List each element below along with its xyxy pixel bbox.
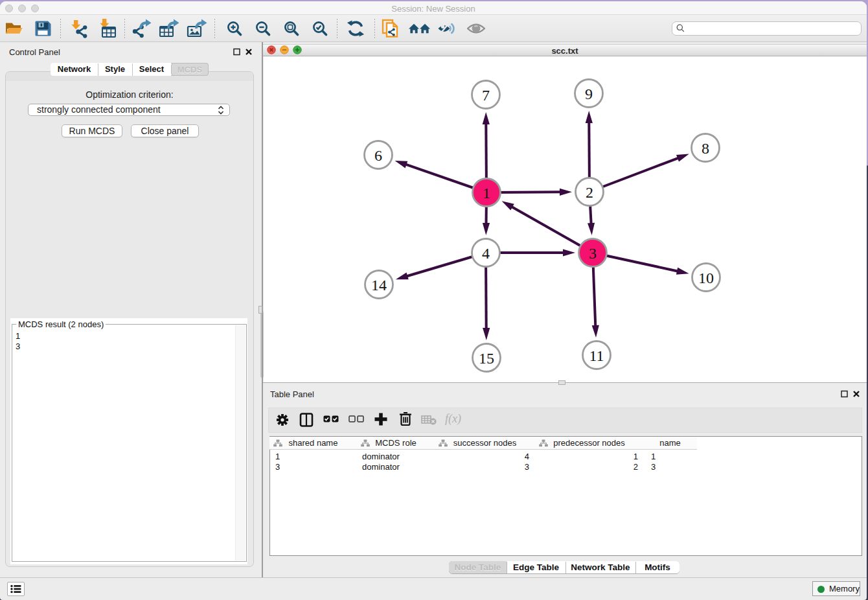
svg-text:2: 2 [586, 184, 593, 201]
svg-text:10: 10 [698, 270, 714, 286]
svg-text:9: 9 [585, 86, 593, 102]
svg-text:7: 7 [482, 87, 490, 104]
svg-text:4: 4 [482, 245, 490, 262]
svg-text:1: 1 [483, 185, 490, 202]
svg-text:3: 3 [589, 245, 597, 262]
svg-text:6: 6 [374, 147, 382, 164]
svg-text:8: 8 [702, 140, 709, 157]
svg-text:11: 11 [589, 347, 604, 364]
svg-text:15: 15 [479, 350, 494, 367]
svg-text:14: 14 [371, 277, 387, 294]
